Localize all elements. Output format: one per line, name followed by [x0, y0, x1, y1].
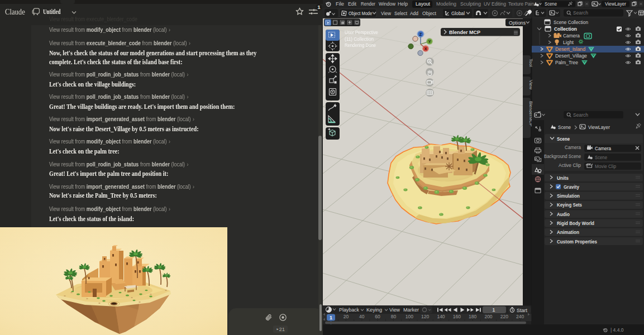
svg-text:Light: Light	[563, 40, 574, 45]
svg-text:Palm_Tree: Palm_Tree	[555, 60, 578, 65]
svg-text:180: 180	[469, 314, 476, 319]
svg-text:Scene Collection: Scene Collection	[554, 20, 588, 25]
svg-text:Select: Select	[394, 11, 407, 16]
svg-text:Layout: Layout	[416, 1, 430, 7]
svg-text:Modeling: Modeling	[436, 1, 456, 7]
svg-text:Render: Render	[361, 1, 375, 7]
svg-text:1: 1	[492, 307, 495, 313]
svg-text:Camera: Camera	[565, 145, 581, 150]
svg-text:240: 240	[516, 314, 524, 319]
svg-text:Gravity: Gravity	[564, 184, 579, 190]
svg-text:Camera: Camera	[595, 146, 611, 151]
svg-text:Z: Z	[419, 32, 422, 36]
svg-text:120: 120	[421, 314, 429, 319]
svg-text:Scene: Scene	[558, 125, 571, 130]
svg-text:Blender MCP: Blender MCP	[449, 30, 480, 35]
svg-text:Scene: Scene	[557, 136, 570, 142]
svg-text:Texture Pain: Texture Pain	[508, 1, 534, 7]
svg-text:File: File	[336, 1, 344, 7]
svg-text:X: X	[424, 47, 427, 51]
svg-text:Custom Properties: Custom Properties	[557, 239, 597, 245]
svg-text:Object Mode: Object Mode	[349, 11, 372, 16]
svg-text:Collection: Collection	[554, 26, 577, 32]
svg-text:Animation: Animation	[557, 229, 579, 235]
svg-text:Desert_Island: Desert_Island	[555, 46, 585, 52]
svg-text:View: View	[389, 307, 400, 313]
svg-text:Keying: Keying	[366, 307, 382, 313]
svg-text:Camera: Camera	[563, 33, 580, 39]
svg-text:20: 20	[344, 314, 349, 319]
svg-text:Scene: Scene	[595, 155, 607, 160]
svg-text:Rendering Done: Rendering Done	[345, 42, 376, 48]
svg-text:Simulation: Simulation	[557, 193, 580, 199]
svg-text:Global: Global	[451, 11, 465, 16]
svg-text:Window: Window	[379, 1, 395, 7]
svg-text:1: 1	[330, 315, 332, 320]
svg-text:UV Editing: UV Editing	[484, 1, 506, 7]
svg-text:Marker: Marker	[403, 307, 419, 313]
svg-text:40: 40	[359, 314, 365, 319]
svg-text:60: 60	[375, 314, 380, 319]
svg-text:Sculpting: Sculpting	[460, 1, 481, 7]
svg-text:ViewLayer: ViewLayer	[605, 1, 626, 7]
svg-text:160: 160	[453, 314, 461, 319]
svg-text:Rigid Body World: Rigid Body World	[557, 221, 594, 226]
svg-text:Keying Sets: Keying Sets	[557, 202, 582, 208]
svg-text:View: View	[528, 80, 533, 89]
svg-text:Movie Clip: Movie Clip	[595, 164, 616, 169]
svg-text:Help: Help	[398, 1, 408, 7]
svg-text:ViewLayer: ViewLayer	[588, 125, 610, 130]
svg-text:140: 140	[437, 314, 445, 319]
svg-text:View: View	[381, 11, 391, 16]
svg-text:Playback: Playback	[339, 307, 359, 313]
svg-text:Units: Units	[557, 175, 569, 181]
svg-text:Edit: Edit	[348, 1, 356, 7]
svg-text:100: 100	[406, 314, 413, 319]
svg-text:220: 220	[500, 314, 508, 319]
svg-text:Object: Object	[422, 11, 436, 16]
svg-text:(11) Collection: (11) Collection	[345, 36, 374, 42]
svg-text:User Perspective: User Perspective	[345, 30, 378, 35]
svg-text:Audio: Audio	[557, 212, 570, 217]
svg-text:80: 80	[391, 314, 397, 319]
svg-text:Desert_Village: Desert_Village	[555, 53, 587, 59]
svg-text:Start: Start	[517, 308, 527, 313]
svg-text:Options: Options	[509, 20, 526, 26]
svg-text:Add: Add	[410, 11, 418, 16]
svg-text:Search: Search	[573, 112, 588, 118]
svg-text:Scene: Scene	[545, 1, 557, 7]
svg-text:Y: Y	[428, 40, 431, 44]
svg-text:Search: Search	[573, 10, 588, 16]
svg-text:Background Scene: Background Scene	[544, 154, 581, 159]
svg-text:| 4.4.0: | 4.4.0	[610, 327, 624, 333]
svg-text:Active Clip: Active Clip	[559, 162, 581, 168]
svg-text:Tool: Tool	[528, 59, 533, 67]
svg-text:200: 200	[484, 314, 492, 319]
